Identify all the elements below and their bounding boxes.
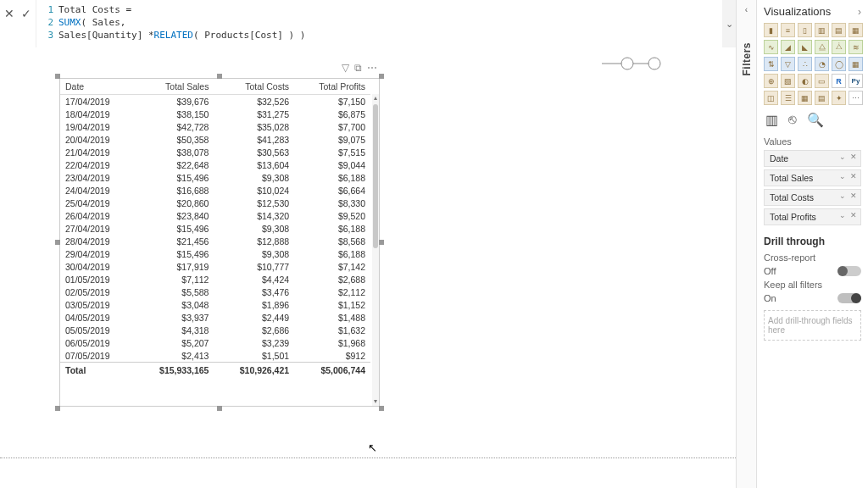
table-row[interactable]: 02/05/2019$5,588$3,476$2,112 [60, 286, 370, 298]
table-icon[interactable]: ▦ [798, 91, 812, 105]
table-row[interactable]: 07/05/2019$2,413$1,501$912 [60, 349, 370, 363]
more-options-icon[interactable]: ⋯ [367, 62, 377, 74]
import-visual-icon[interactable]: ⋯ [849, 91, 863, 105]
formula-fn: SUMX [58, 16, 81, 29]
field-well-actions[interactable]: ⌄ ✕ [839, 191, 858, 200]
table-row[interactable]: 01/05/2019$7,112$4,424$2,688 [60, 273, 370, 286]
donut-chart-icon[interactable]: ◯ [832, 57, 846, 71]
clustered-column-icon[interactable]: ▥ [815, 23, 829, 37]
cross-report-label: Cross-report [764, 252, 861, 263]
table-row[interactable]: 18/04/2019$38,150$31,275$6,875 [60, 108, 370, 120]
table-row[interactable]: 21/04/2019$38,078$30,563$7,515 [60, 146, 370, 158]
cancel-formula-icon[interactable]: ✕ [4, 7, 14, 20]
line-number: 2 [42, 16, 53, 29]
table-row[interactable]: 27/04/2019$15,496$9,308$6,188 [60, 222, 370, 235]
stacked-column-icon[interactable]: ▯ [798, 23, 812, 37]
stacked-bar-icon[interactable]: ▮ [764, 23, 778, 37]
card-icon[interactable]: ▭ [815, 74, 829, 88]
commit-formula-icon[interactable]: ✓ [21, 7, 31, 20]
field-well[interactable]: Date⌄ ✕ [764, 150, 861, 167]
table-row[interactable]: 24/04/2019$16,688$10,024$6,664 [60, 184, 370, 197]
table-row[interactable]: 23/04/2019$15,496$9,308$6,188 [60, 171, 370, 184]
table-row[interactable]: 28/04/2019$21,456$12,888$8,568 [60, 235, 370, 247]
table-cell: $7,112 [134, 273, 214, 286]
matrix-icon[interactable]: ▤ [815, 91, 829, 105]
treemap-icon[interactable]: ▦ [849, 57, 863, 71]
pie-chart-icon[interactable]: ◔ [815, 57, 829, 71]
field-well-actions[interactable]: ⌄ ✕ [839, 172, 858, 180]
vertical-scrollbar[interactable]: ▴ ▾ [372, 94, 379, 406]
table-row[interactable]: 29/04/2019$15,496$9,308$6,188 [60, 247, 370, 260]
expand-formula-bar-icon[interactable]: ⌄ [722, 0, 736, 47]
table-visual[interactable]: ▽ ⧉ ⋯ DateTotal SalesTotal CostsTotal Pr… [59, 78, 380, 407]
drill-through-dropzone[interactable]: Add drill-through fields here [764, 310, 861, 341]
table-cell: $9,044 [294, 158, 370, 171]
r-visual-icon[interactable]: R [832, 74, 846, 88]
line-stacked-column-icon[interactable]: ⧋ [815, 40, 829, 54]
field-well-actions[interactable]: ⌄ ✕ [839, 211, 858, 219]
table-cell: $12,888 [214, 235, 294, 247]
field-well[interactable]: Total Sales⌄ ✕ [764, 169, 861, 186]
kpi-icon[interactable]: ◫ [764, 91, 778, 105]
line-chart-icon[interactable]: ∿ [764, 40, 778, 54]
analytics-tab-icon[interactable]: 🔍 [807, 112, 824, 128]
map-icon[interactable]: ⊕ [764, 74, 778, 88]
expand-filters-icon[interactable]: ‹ [745, 5, 748, 14]
table-total-cell: Total [60, 363, 134, 377]
keep-filters-label: Keep all filters [764, 280, 861, 290]
table-row[interactable]: 25/04/2019$20,860$12,530$8,330 [60, 197, 370, 209]
table-row[interactable]: 22/04/2019$22,648$13,604$9,044 [60, 158, 370, 171]
table-row[interactable]: 03/05/2019$3,048$1,896$1,152 [60, 298, 370, 311]
python-visual-icon[interactable]: Py [849, 74, 863, 88]
focus-mode-icon[interactable]: ⧉ [354, 62, 362, 74]
table-row[interactable]: 30/04/2019$17,919$10,777$7,142 [60, 260, 370, 273]
table-row[interactable]: 05/05/2019$4,318$2,686$1,632 [60, 324, 370, 336]
field-well[interactable]: Total Profits⌄ ✕ [764, 208, 861, 225]
table-row[interactable]: 17/04/2019$39,676$32,526$7,150 [60, 95, 370, 108]
key-influencers-icon[interactable]: ✦ [832, 91, 846, 105]
slicer-icon[interactable]: ☰ [781, 91, 795, 105]
keep-filters-toggle[interactable] [837, 293, 861, 303]
report-canvas[interactable]: ▽ ⧉ ⋯ DateTotal SalesTotal CostsTotal Pr… [0, 47, 736, 458]
column-header[interactable]: Date [60, 79, 134, 95]
table-total-cell: $15,933,165 [134, 363, 214, 377]
table-row[interactable]: 20/04/2019$50,358$41,283$9,075 [60, 133, 370, 146]
fields-tab-icon[interactable]: ▥ [765, 112, 778, 128]
table-row[interactable]: 19/04/2019$42,728$35,028$7,700 [60, 120, 370, 133]
table-cell: $9,308 [214, 171, 294, 184]
formula-editor[interactable]: 1Total Costs = 2SUMX( Sales, 3 Sales[Qua… [36, 0, 736, 47]
stacked-bar-100-icon[interactable]: ▤ [832, 23, 846, 37]
collapse-viz-pane-icon[interactable]: › [858, 6, 861, 18]
area-chart-icon[interactable]: ◢ [781, 40, 795, 54]
gauge-icon[interactable]: ◐ [798, 74, 812, 88]
filter-icon[interactable]: ▽ [342, 62, 349, 74]
clustered-bar-icon[interactable]: ≡ [781, 23, 795, 37]
scatter-icon[interactable]: ∴ [798, 57, 812, 71]
table-cell: $15,496 [134, 171, 214, 184]
column-header[interactable]: Total Sales [134, 79, 214, 95]
table-cell: $8,330 [294, 197, 370, 209]
ribbon-chart-icon[interactable]: ≋ [849, 40, 863, 54]
table-row[interactable]: 26/04/2019$23,840$14,320$9,520 [60, 209, 370, 222]
funnel-icon[interactable]: ▽ [781, 57, 795, 71]
field-well[interactable]: Total Costs⌄ ✕ [764, 189, 861, 206]
column-header[interactable]: Total Profits [294, 79, 370, 95]
values-section-label: Values [764, 136, 861, 147]
column-header[interactable]: Total Costs [214, 79, 294, 95]
waterfall-icon[interactable]: ⇅ [764, 57, 778, 71]
table-cell: 27/04/2019 [60, 222, 134, 235]
filters-pane-collapsed[interactable]: ‹ Filters [736, 0, 756, 488]
stacked-area-icon[interactable]: ◣ [798, 40, 812, 54]
table-cell: $1,152 [294, 298, 370, 311]
scroll-down-icon[interactable]: ▾ [372, 397, 379, 406]
table-row[interactable]: 06/05/2019$5,207$3,239$1,968 [60, 336, 370, 349]
scrollbar-thumb[interactable] [373, 104, 378, 248]
field-well-actions[interactable]: ⌄ ✕ [839, 152, 858, 161]
filled-map-icon[interactable]: ▧ [781, 74, 795, 88]
line-clustered-column-icon[interactable]: ⧊ [832, 40, 846, 54]
cross-report-toggle[interactable] [837, 266, 861, 276]
table-row[interactable]: 04/05/2019$3,937$2,449$1,488 [60, 311, 370, 324]
format-tab-icon[interactable]: ⎋ [788, 112, 797, 128]
scroll-up-icon[interactable]: ▴ [372, 94, 379, 103]
stacked-column-100-icon[interactable]: ▦ [849, 23, 863, 37]
